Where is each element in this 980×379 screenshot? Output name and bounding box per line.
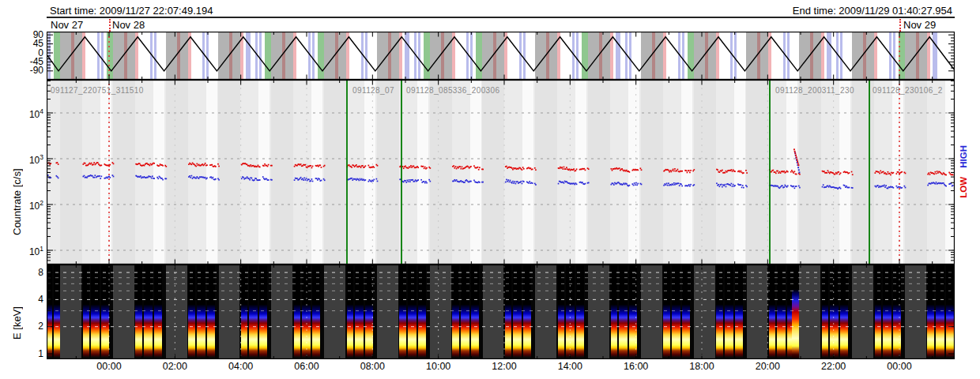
observation-id: 091128_085336_200306 <box>406 86 500 95</box>
countrate-ytick-label: 101 <box>17 244 43 257</box>
header-rule <box>47 17 955 18</box>
xtick-label: 22:00 <box>816 361 852 372</box>
legend-high: HIGH <box>959 145 968 168</box>
observing-summary-plot: { "header": { "start": "Start time: 2009… <box>0 0 980 379</box>
xtick-label: 12:00 <box>486 361 522 372</box>
energy-ytick-label: 1 <box>17 349 43 359</box>
xtick-label: 00:00 <box>881 361 918 372</box>
xtick-label: 16:00 <box>618 361 654 372</box>
plot-overlay <box>47 32 955 359</box>
energy-ytick-label: 8 <box>17 268 43 278</box>
xtick-label: 18:00 <box>684 361 720 372</box>
xtick-label: 06:00 <box>288 361 325 372</box>
xtick-label: 20:00 <box>749 361 786 372</box>
xtick-label: 10:00 <box>420 361 457 372</box>
countrate-axis-title: Countrate [c/s] <box>11 125 23 235</box>
xtick-label: 08:00 <box>354 361 390 372</box>
midnight-dotted-line <box>899 19 901 32</box>
xtick-label: 04:00 <box>223 361 259 372</box>
countrate-ytick-label: 103 <box>17 152 43 166</box>
top-ytick-label: -90 <box>17 66 43 76</box>
xtick-label: 14:00 <box>552 361 588 372</box>
countrate-ytick-label: 104 <box>17 107 43 120</box>
start-time-label: Start time: 2009/11/27 22:07:49.194 <box>50 5 213 17</box>
observation-id: 091128_200311_230 <box>775 86 854 95</box>
date-label-nov29: Nov 29 <box>903 19 936 31</box>
energy-ytick-label: 2 <box>17 321 43 332</box>
energy-ytick-label: 4 <box>17 295 43 305</box>
observation-id: 091127_220751_311510 <box>51 86 144 95</box>
date-label-nov27: Nov 27 <box>51 19 83 31</box>
observation-id: 091128_230106_2 <box>873 86 943 95</box>
observation-id: 091128_07 <box>352 86 394 95</box>
xtick-label: 02:00 <box>156 361 193 372</box>
end-time-label: End time: 2009/11/29 01:40:27.954 <box>793 5 952 17</box>
legend-low: LOW <box>959 177 968 198</box>
date-label-nov28: Nov 28 <box>112 19 145 31</box>
midnight-dotted-line <box>109 19 111 32</box>
countrate-ytick-label: 102 <box>17 198 43 212</box>
xtick-label: 00:00 <box>91 361 127 372</box>
